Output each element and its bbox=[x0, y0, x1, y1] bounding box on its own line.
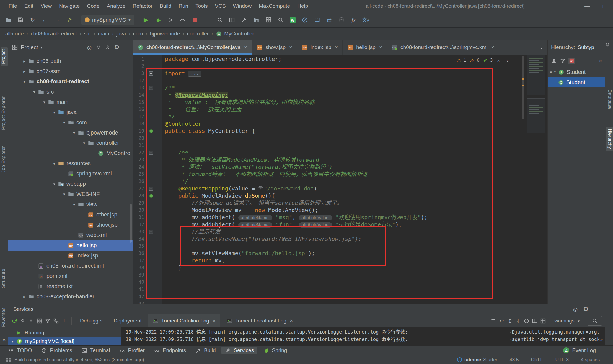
code-text[interactable]: /** bbox=[162, 84, 547, 91]
hierarchy-scope-tab[interactable]: Subtyp bbox=[578, 44, 594, 50]
code-text[interactable]: * @RequestMapping: bbox=[162, 91, 547, 99]
chevron-down-icon[interactable]: ▾ bbox=[61, 120, 68, 125]
toolwindow-tab-terminal[interactable]: Terminal bbox=[78, 347, 113, 354]
warn-icon[interactable]: ⚠ bbox=[469, 57, 475, 64]
menu-analyze[interactable]: Analyze bbox=[103, 3, 129, 9]
code-text[interactable] bbox=[162, 293, 547, 300]
profiler-button[interactable] bbox=[178, 16, 187, 24]
modules-button[interactable] bbox=[264, 16, 273, 24]
chevron-right-icon[interactable]: ▸ bbox=[21, 294, 28, 299]
project-tree-item-ch09-exception-handler[interactable]: ▸ch09-exception-handler bbox=[8, 291, 133, 302]
menu-file[interactable]: File bbox=[5, 3, 21, 9]
chevron-down-icon[interactable]: ▾ bbox=[81, 141, 87, 146]
back-button[interactable]: ← bbox=[40, 16, 49, 24]
menu-build[interactable]: Build bbox=[156, 3, 175, 9]
sync-button[interactable]: ↻ bbox=[28, 16, 37, 24]
scroll-down-button[interactable]: ↧ bbox=[515, 317, 521, 324]
find-button[interactable] bbox=[215, 16, 224, 24]
menu-tools[interactable]: Tools bbox=[192, 3, 211, 9]
group-button[interactable] bbox=[36, 317, 43, 324]
code-text[interactable] bbox=[162, 271, 547, 278]
project-tree-item-web-xml[interactable]: </>web.xml bbox=[8, 230, 133, 240]
code-text[interactable]: return mv; bbox=[162, 257, 547, 264]
code-text[interactable]: * 处理器方法返回ModelAndView, 实现转发forward bbox=[162, 156, 547, 163]
add-button[interactable]: + bbox=[61, 317, 68, 324]
log-level-select[interactable]: warnings▾ bbox=[551, 317, 583, 325]
project-tree-item-view[interactable]: ▾view bbox=[8, 199, 133, 210]
split-button[interactable] bbox=[531, 317, 538, 324]
code-text[interactable]: */ bbox=[162, 113, 547, 120]
project-tree-item-resources[interactable]: ▾resources bbox=[8, 158, 133, 169]
code-text[interactable] bbox=[162, 142, 547, 149]
error-stripe-mark[interactable] bbox=[522, 78, 524, 80]
menu-vcs[interactable]: VCS bbox=[211, 3, 229, 9]
project-tree-item-ch06-path[interactable]: ▸ch06-path bbox=[8, 56, 133, 66]
project-tree-item-webapp[interactable]: ▾webapp bbox=[8, 179, 133, 189]
project-tree-item-hello-jsp[interactable]: JSPhello.jsp bbox=[8, 240, 133, 251]
chevrons-right-icon[interactable]: » bbox=[600, 336, 603, 343]
code-text[interactable]: public ModelAndView doSome(){ bbox=[162, 192, 547, 199]
chevron-down-icon[interactable]: ▾ bbox=[12, 339, 14, 344]
gear-button[interactable]: ⚙ bbox=[583, 306, 589, 313]
diff-button[interactable]: ⇄ bbox=[325, 16, 334, 24]
log-search-button[interactable] bbox=[588, 316, 602, 326]
stripe-button-hierarchy[interactable]: Hierarchy bbox=[606, 127, 613, 151]
stripe-button-database[interactable]: Database bbox=[606, 87, 613, 112]
hierarchy-item-student[interactable]: CStudent bbox=[548, 77, 605, 87]
services-tree-item-running[interactable]: ▶Running bbox=[8, 328, 121, 337]
debug-button[interactable] bbox=[154, 16, 163, 24]
code-text[interactable]: mv.addObject( attributeName: "msg", attr… bbox=[162, 214, 547, 221]
chevron-down-icon[interactable]: ▾ bbox=[51, 161, 58, 166]
close-icon[interactable]: × bbox=[213, 318, 216, 324]
toolwindow-tab-problems[interactable]: Problems bbox=[38, 347, 76, 354]
chevron-down-icon[interactable]: ▾ bbox=[61, 192, 68, 197]
stripe-button-structure[interactable]: Structure bbox=[1, 267, 8, 290]
code-text[interactable]: @Controller bbox=[162, 120, 547, 127]
locate-button[interactable]: ◎ bbox=[86, 44, 93, 51]
filter-button[interactable] bbox=[44, 317, 51, 324]
gear-button[interactable]: ⚙ bbox=[113, 44, 120, 51]
editor-tab-ch08-forard-redirect-mycontroller-java[interactable]: Cch08-forard-redirect\...\MyController.j… bbox=[133, 40, 252, 55]
code-text[interactable]: * 位置： 放在类的上面 bbox=[162, 106, 547, 113]
menu-help[interactable]: Help bbox=[294, 3, 312, 9]
code-text[interactable]: * forward特点： 不和视图解析器一同使用，就当项目中没有视图解析器 bbox=[162, 171, 547, 178]
close-icon[interactable]: × bbox=[335, 44, 338, 50]
bean-icon[interactable] bbox=[148, 192, 154, 199]
run-button[interactable]: ▶ bbox=[142, 16, 151, 24]
url-globe-icon[interactable] bbox=[258, 185, 264, 190]
chevron-down-icon[interactable]: ▾ bbox=[31, 89, 38, 94]
caret-position-widget[interactable]: 43:5 bbox=[509, 357, 519, 363]
code-text[interactable] bbox=[162, 286, 547, 293]
toolwindow-tab-spring[interactable]: Spring bbox=[259, 347, 290, 354]
code-text[interactable]: */ bbox=[162, 178, 547, 185]
stripe-button-job-explorer[interactable]: Job Explorer bbox=[1, 144, 8, 175]
menu-run[interactable]: Run bbox=[175, 3, 192, 9]
chev-up-icon[interactable]: ∧ bbox=[495, 57, 502, 64]
project-tree-item-index-jsp[interactable]: JSPindex.jsp bbox=[8, 251, 133, 261]
tab-list-chevron-icon[interactable]: ⌄ bbox=[536, 40, 547, 55]
code-text[interactable]: * 语法： setViewName("forward:视图文件完整路径") bbox=[162, 163, 547, 171]
chevron-down-icon[interactable]: ▾ bbox=[550, 70, 552, 75]
chevron-right-icon[interactable]: ▸ bbox=[21, 59, 28, 64]
chev-down-icon[interactable]: ∨ bbox=[504, 57, 511, 64]
breadcrumb-item-mycontroller[interactable]: CMyController bbox=[215, 30, 255, 37]
console-log[interactable]: 19-Nov-2022 17:09:25.718 信息 [main] org.a… bbox=[121, 327, 605, 345]
hamburger-button[interactable] bbox=[490, 317, 496, 324]
scroll-up-button[interactable]: ↥ bbox=[506, 317, 513, 324]
project-tree-item-ch08-forard-redirect[interactable]: ▾ch08-forard-redirect bbox=[8, 76, 133, 87]
code-text[interactable]: //mv.setViewName("forward:/WEB-INF/view/… bbox=[162, 235, 547, 242]
hierarchy-item-student[interactable]: ▾*IStudent bbox=[548, 67, 605, 77]
fold-minus-icon[interactable] bbox=[148, 228, 154, 235]
code-text[interactable]: import ... bbox=[162, 70, 547, 77]
forward-button[interactable]: → bbox=[53, 16, 61, 24]
code-text[interactable] bbox=[162, 242, 547, 250]
project-tree-item-src[interactable]: ▾src bbox=[8, 87, 133, 97]
services-tab-deployment[interactable]: Deployment bbox=[109, 314, 146, 327]
code-text[interactable]: mv.setViewName("forward:/hello.jsp"); bbox=[162, 250, 547, 257]
close-icon[interactable]: × bbox=[379, 44, 382, 50]
breadcrumb-item-com[interactable]: com bbox=[132, 31, 144, 37]
menu-code[interactable]: Code bbox=[83, 3, 103, 9]
locate-button[interactable]: ◎ bbox=[572, 306, 579, 313]
editor-tab-show-jsp[interactable]: JSPshow.jsp× bbox=[252, 40, 297, 55]
editor-body[interactable]: 1package com.bjpowernode.controller;23im… bbox=[133, 55, 547, 304]
